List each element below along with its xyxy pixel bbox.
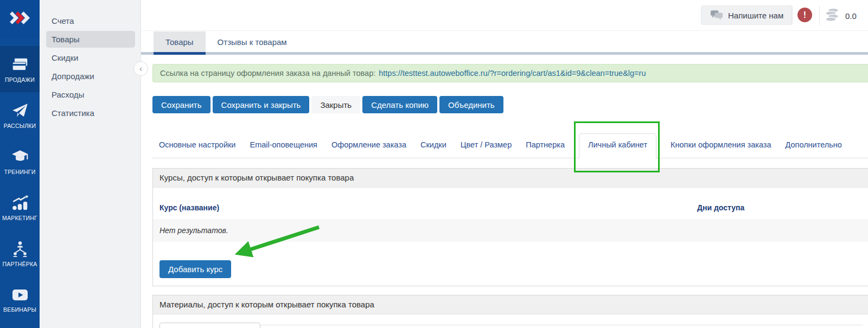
courses-panel-title: Курсы, доступ к которым открывает покупк… (153, 169, 868, 188)
secondary-sidebar: Счета Товары Скидки Допродажи Расходы Ст… (40, 0, 141, 328)
tab-product-reviews[interactable]: Отзывы к товарам (206, 31, 299, 52)
alert-exclamation-icon[interactable] (797, 8, 812, 22)
materials-divider (261, 325, 863, 325)
order-link-url[interactable]: https://testtest.autoweboffice.ru/?r=ord… (379, 69, 646, 78)
courses-panel: Курсы, доступ к которым открывает покупк… (152, 168, 868, 286)
topbar: Напишите нам 0.0 (141, 0, 868, 31)
contact-button[interactable]: Напишите нам (701, 5, 793, 25)
materials-panel-title: Материалы, доступ к которым открывает по… (153, 295, 868, 314)
materials-panel: Материалы, доступ к которым открывает по… (152, 295, 868, 328)
balance-value: 0.0 (845, 11, 857, 21)
sidebar-item-mailings[interactable]: РАССЫЛКИ (0, 92, 40, 138)
topbar-divider (792, 5, 792, 25)
tab-affiliate[interactable]: Партнерка (526, 134, 565, 158)
sidebar-item-label: ТРЕНИНГИ (4, 169, 36, 175)
save-and-close-button[interactable]: Сохранить и закрыть (213, 96, 310, 113)
tab-discounts[interactable]: Скидки (420, 134, 446, 158)
tab-color-size[interactable]: Цвет / Размер (461, 134, 512, 158)
submenu-item-discounts[interactable]: Скидки (46, 49, 135, 66)
tab-personal-account[interactable]: Личный кабинет (579, 133, 656, 158)
chevrons-logo-icon (8, 9, 33, 29)
tab-email-notifications[interactable]: Email-оповещения (250, 134, 317, 158)
courses-actions: Добавить курс (153, 242, 868, 278)
sidebar-item-label: ВЕБИНАРЫ (3, 306, 36, 313)
app-logo[interactable] (0, 0, 40, 38)
network-people-icon (11, 240, 29, 258)
contact-button-label: Напишите нам (728, 11, 783, 20)
column-course-name: Курс (название) (159, 203, 697, 212)
make-copy-button[interactable]: Сделать копию (362, 96, 437, 113)
tab-checkout-buttons[interactable]: Кнопки оформления заказа (671, 134, 771, 158)
sidebar-item-trainings[interactable]: ТРЕНИНГИ (0, 138, 40, 184)
sidebar-item-label: ПАРТНЁРКА (2, 261, 37, 267)
app-root: ПРОДАЖИ РАССЫЛКИ ТРЕНИНГИ (0, 0, 868, 328)
page-tabs: Товары Отзывы к товарам (141, 31, 868, 55)
submenu-item-expenses[interactable]: Расходы (46, 86, 135, 103)
main-area: Напишите нам 0.0 (141, 0, 868, 328)
sidebar-item-label: РАССЫЛКИ (4, 123, 36, 129)
empty-results-row: Нет результатов. (153, 219, 868, 242)
sidebar-item-sales[interactable]: ПРОДАЖИ (0, 46, 40, 92)
submenu-item-upsells[interactable]: Допродажи (46, 68, 135, 85)
add-course-button[interactable]: Добавить курс (159, 260, 231, 278)
bar-chart-icon (11, 194, 29, 211)
chevron-left-icon (139, 64, 143, 73)
balance-indicator[interactable]: 0.0 (824, 7, 857, 24)
sidebar-item-webinars[interactable]: ВЕБИНАРЫ (0, 276, 40, 323)
topbar-divider (819, 5, 820, 25)
sidebar-item-label: МАРКЕТИНГ (2, 215, 37, 221)
column-access-days: Дни доступа (697, 203, 744, 212)
tab-order-checkout[interactable]: Оформление заказа (331, 134, 406, 158)
sidebar-item-clients[interactable] (0, 323, 40, 328)
collapse-sidebar-button[interactable] (133, 61, 148, 76)
paper-plane-icon (11, 102, 29, 119)
tab-products[interactable]: Товары (154, 31, 206, 52)
graduation-cap-icon (11, 148, 29, 165)
tab-personal-account-label: Личный кабинет (588, 140, 647, 149)
credit-card-icon (11, 56, 29, 73)
materials-partial-tab[interactable] (159, 323, 260, 328)
order-link-label: Ссылка на страницу оформления заказа на … (160, 69, 375, 78)
sidebar-item-affiliate[interactable]: ПАРТНЁРКА (0, 230, 40, 276)
action-buttons: Сохранить Сохранить и закрыть Закрыть Сд… (152, 96, 503, 113)
order-link-bar: Ссылка на страницу оформления заказа на … (152, 64, 868, 82)
tab-main-settings[interactable]: Основные настройки (159, 134, 235, 158)
submenu-item-invoices[interactable]: Счета (46, 12, 135, 29)
sidebar-item-marketing[interactable]: МАРКЕТИНГ (0, 184, 40, 230)
sidebar-item-label: ПРОДАЖИ (5, 76, 35, 83)
close-button[interactable]: Закрыть (311, 96, 360, 113)
submenu-item-products[interactable]: Товары (46, 31, 135, 48)
play-video-icon (11, 287, 29, 303)
primary-sidebar: ПРОДАЖИ РАССЫЛКИ ТРЕНИНГИ (0, 0, 40, 328)
tab-additional[interactable]: Дополнительно (786, 134, 842, 158)
settings-tabs: Основные настройки Email-оповещения Офор… (152, 133, 868, 158)
coins-icon (824, 7, 841, 24)
save-button[interactable]: Сохранить (152, 96, 210, 113)
chat-icon (710, 9, 723, 22)
courses-table-header: Курс (название) Дни доступа (153, 188, 868, 219)
submenu-item-statistics[interactable]: Статистика (46, 105, 135, 121)
merge-button[interactable]: Объединить (439, 96, 503, 113)
